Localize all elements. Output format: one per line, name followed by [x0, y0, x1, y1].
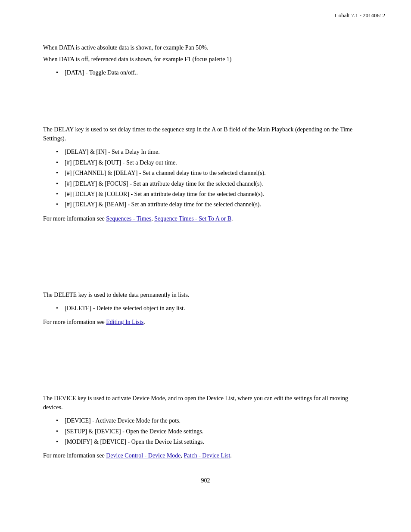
delay-para1: The DELAY key is used to set delay times…	[43, 125, 368, 143]
delay-for-more: For more information see Sequences - Tim…	[43, 214, 368, 223]
list-item: [#] [DELAY] & [BEAM] - Set an attribute …	[56, 200, 368, 209]
list-item: [#] [CHANNEL] & [DELAY] - Set a channel …	[56, 168, 368, 178]
sequence-times-link[interactable]: Sequence Times - Set To A or B	[154, 215, 231, 222]
list-item: [DEVICE] - Activate Device Mode for the …	[56, 416, 368, 426]
delete-for-more: For more information see Editing In List…	[43, 317, 368, 327]
list-item: [MODIFY] & [DEVICE] - Open the Device Li…	[56, 437, 368, 447]
device-control-link[interactable]: Device Control - Device Mode	[106, 452, 181, 459]
page-number: 902	[43, 477, 368, 484]
page-container: Cobalt 7.1 - 20140612 When DATA is activ…	[0, 0, 411, 532]
data-para2: When DATA is off, referenced data is sho…	[43, 55, 368, 64]
delete-para1: The DELETE key is used to delete data pe…	[43, 290, 368, 299]
delay-section: The DELAY key is used to set delay times…	[43, 125, 368, 223]
delete-bullet-list: [DELETE] - Delete the selected object in…	[56, 304, 368, 313]
list-item: [#] [DELAY] & [FOCUS] - Set an attribute…	[56, 179, 368, 189]
delete-section: The DELETE key is used to delete data pe…	[43, 290, 368, 327]
delay-bullet-list: [DELAY] & [IN] - Set a Delay In time. [#…	[56, 147, 368, 209]
device-for-more: For more information see Device Control …	[43, 451, 368, 460]
sequences-times-link[interactable]: Sequences - Times	[106, 215, 151, 222]
list-item: [#] [DELAY] & [OUT] - Set a Delay out ti…	[56, 158, 368, 168]
list-item: [DELAY] & [IN] - Set a Delay In time.	[56, 147, 368, 157]
list-item: [SETUP] & [DEVICE] - Open the Device Mod…	[56, 427, 368, 436]
device-bullet-list: [DEVICE] - Activate Device Mode for the …	[56, 416, 368, 447]
list-item: [DATA] - Toggle Data on/off..	[56, 68, 368, 78]
editing-in-lists-link[interactable]: Editing In Lists	[106, 319, 143, 325]
data-para1: When DATA is active absolute data is sho…	[43, 43, 368, 52]
device-section: The DEVICE key is used to activate Devic…	[43, 394, 368, 460]
patch-device-list-link[interactable]: Patch - Device List	[184, 452, 230, 459]
page-header: Cobalt 7.1 - 20140612	[335, 12, 385, 19]
list-item: [#] [DELAY] & [COLOR] - Set an attribute…	[56, 190, 368, 199]
list-item: [DELETE] - Delete the selected object in…	[56, 304, 368, 313]
data-section: When DATA is active absolute data is sho…	[43, 43, 368, 78]
header-title: Cobalt 7.1 - 20140612	[335, 12, 385, 19]
data-bullet-list: [DATA] - Toggle Data on/off..	[56, 68, 368, 78]
device-para1: The DEVICE key is used to activate Devic…	[43, 394, 368, 412]
